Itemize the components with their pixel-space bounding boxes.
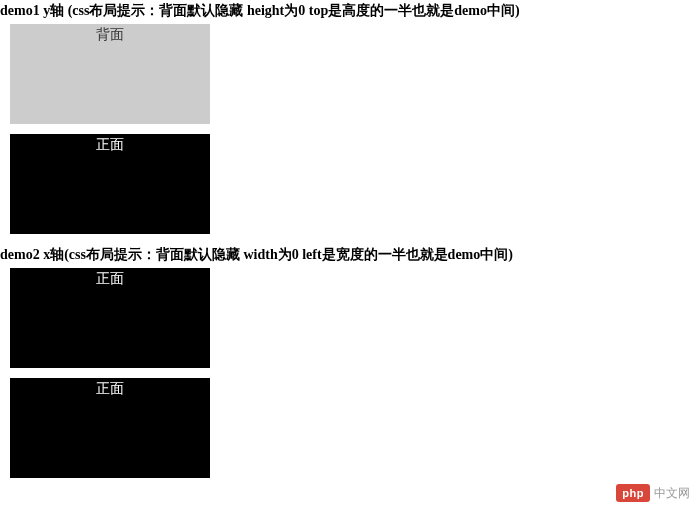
demo1-front-label: 正面 bbox=[96, 137, 124, 152]
watermark-cn: 中文网 bbox=[654, 485, 690, 502]
demo2-box-b: 正面 bbox=[10, 378, 210, 478]
demo1-front-face: 正面 bbox=[10, 134, 210, 234]
demo2-front-label-a: 正面 bbox=[96, 271, 124, 286]
demo2-front-face-a: 正面 bbox=[10, 268, 210, 368]
demo1-front-box: 正面 bbox=[10, 134, 210, 234]
watermark: php 中文网 bbox=[616, 484, 690, 502]
demo2-front-label-b: 正面 bbox=[96, 381, 124, 396]
demo1-back-box: 背面 bbox=[10, 24, 210, 124]
demo1-back-face: 背面 bbox=[10, 24, 210, 124]
demo2-heading: demo2 x轴(css布局提示：背面默认隐藏 width为0 left是宽度的… bbox=[0, 244, 698, 268]
demo1-back-label: 背面 bbox=[96, 27, 124, 42]
watermark-badge: php bbox=[616, 484, 650, 502]
demo2-box-a: 正面 bbox=[10, 268, 210, 368]
demo2-front-face-b: 正面 bbox=[10, 378, 210, 478]
demo1-heading: demo1 y轴 (css布局提示：背面默认隐藏 height为0 top是高度… bbox=[0, 0, 698, 24]
